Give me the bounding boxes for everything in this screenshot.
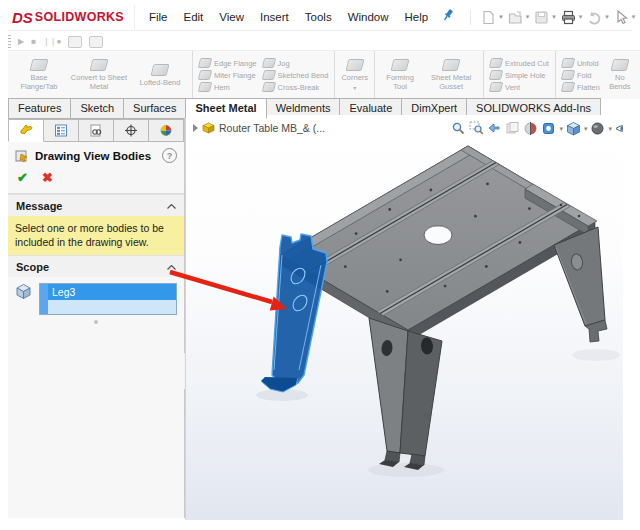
leg-right[interactable] — [554, 227, 607, 342]
hem-icon — [198, 82, 212, 92]
sheet-metal-gusset-button[interactable]: Sheet Metal Gusset — [422, 57, 480, 93]
flyout-feature-tree[interactable]: Router Table MB_& (... — [193, 122, 325, 134]
new-document-icon[interactable] — [481, 10, 496, 25]
section-view-icon[interactable] — [523, 121, 538, 136]
jog-icon — [261, 58, 275, 68]
cm-group-cuts: Extruded Cut Simple Hole Vent — [484, 51, 556, 99]
menu-file[interactable]: File — [149, 11, 168, 23]
router-table-model[interactable] — [186, 115, 623, 520]
cancel-button[interactable]: ✖ — [42, 170, 53, 185]
message-box: Select one or more bodies to be included… — [8, 216, 184, 255]
tab-feature-tree[interactable] — [43, 119, 79, 142]
macro-record-icon[interactable] — [68, 36, 82, 48]
tab-property-manager[interactable] — [8, 119, 44, 142]
no-bends-button[interactable]: No Bends — [603, 57, 637, 93]
corners-button[interactable]: Corners▾ — [338, 57, 371, 93]
print-icon[interactable] — [561, 10, 576, 25]
annotation-views-icon[interactable] — [541, 121, 556, 136]
tab-surfaces[interactable]: Surfaces — [123, 98, 186, 119]
quick-access-toolbar: ▾ ▾ ▾ ▾ ▾ ▾ ▾ — [470, 10, 640, 25]
ok-button[interactable]: ✔ — [17, 170, 28, 185]
fold-button[interactable]: Fold — [562, 70, 600, 80]
message-section-header[interactable]: Message — [8, 194, 184, 216]
macro-pause-icon[interactable]: ❘❘● — [43, 35, 61, 49]
select-cursor-icon[interactable] — [614, 10, 629, 25]
sketched-bend-icon — [261, 70, 275, 80]
macro-toolbar: ▶ ■ ❘❘● — [8, 34, 103, 50]
save-icon[interactable] — [534, 10, 549, 25]
base-flange-tab-button[interactable]: Base Flange/Tab — [11, 57, 67, 93]
solid-body-cube-icon — [15, 283, 32, 300]
macro-stop-icon[interactable]: ■ — [31, 35, 36, 49]
cm-group-edge-tools: Edge Flange Miter Flange Hem Jog Sketche… — [193, 51, 335, 99]
tab-display-manager[interactable] — [148, 119, 184, 142]
fold-icon — [561, 70, 575, 80]
macro-edit-icon[interactable] — [89, 36, 103, 48]
tab-dimxpert-manager[interactable] — [113, 119, 149, 142]
sketched-bend-button[interactable]: Sketched Bend — [263, 70, 329, 80]
scope-section-header[interactable]: Scope — [8, 255, 184, 277]
previous-view-icon[interactable] — [487, 121, 502, 136]
hide-show-items-eye-icon[interactable] — [615, 121, 623, 136]
jog-button[interactable]: Jog — [263, 58, 329, 68]
vent-button[interactable]: Vent — [490, 82, 549, 92]
graphics-viewport[interactable]: Router Table MB_& (... ▾ ▾ ▾ — [185, 115, 623, 520]
property-manager-icon — [19, 124, 33, 137]
extruded-cut-button[interactable]: Extruded Cut — [490, 58, 549, 68]
view-orientation-cube-icon[interactable] — [566, 121, 581, 136]
tab-sketch[interactable]: Sketch — [70, 98, 124, 119]
menu-view[interactable]: View — [219, 11, 244, 23]
leg-front[interactable] — [369, 318, 442, 470]
pin-menu-icon[interactable] — [442, 8, 454, 26]
part-icon — [202, 122, 215, 134]
feature-tree-icon — [54, 124, 68, 137]
leg3-selected-body[interactable] — [261, 234, 327, 392]
cross-break-button[interactable]: Cross-Break — [263, 82, 329, 92]
scope-header-label: Scope — [16, 261, 49, 273]
simple-hole-button[interactable]: Simple Hole — [490, 70, 549, 80]
solidworks-logo: DS SOLIDWORKS — [8, 5, 135, 29]
hem-button[interactable]: Hem — [199, 82, 257, 92]
scope-list-empty-row[interactable] — [48, 300, 176, 314]
scope-selection-list[interactable]: Leg3 — [39, 283, 177, 315]
command-manager-toolbar: Base Flange/Tab Convert to Sheet Metal L… — [8, 50, 640, 99]
miter-flange-button[interactable]: Miter Flange — [199, 70, 257, 80]
solidworks-window: DS SOLIDWORKS File Edit View Insert Tool… — [0, 0, 640, 530]
zoom-to-area-icon[interactable] — [469, 121, 484, 136]
drawing-view-bodies-icon — [15, 149, 30, 163]
expand-arrow-icon[interactable] — [193, 124, 198, 132]
edge-flange-button[interactable]: Edge Flange — [199, 58, 257, 68]
tab-configuration-manager[interactable] — [78, 119, 114, 142]
convert-to-sheet-metal-button[interactable]: Convert to Sheet Metal — [67, 57, 131, 93]
open-document-icon[interactable] — [508, 10, 523, 25]
convert-sheet-metal-icon — [90, 59, 109, 71]
forming-tool-button[interactable]: Forming Tool — [378, 57, 422, 93]
list-resize-dot[interactable] — [94, 320, 98, 324]
ds-logo-icon: DS — [12, 9, 33, 26]
sheet-metal-gusset-icon — [442, 59, 461, 71]
menu-window[interactable]: Window — [348, 11, 389, 23]
cross-break-icon — [261, 82, 275, 92]
macro-play-icon[interactable]: ▶ — [18, 35, 24, 49]
menu-insert[interactable]: Insert — [260, 11, 289, 23]
display-style-icon[interactable] — [590, 121, 605, 136]
scope-list-item-leg3[interactable]: Leg3 — [48, 284, 176, 300]
zoom-to-fit-icon[interactable] — [451, 121, 466, 136]
menu-bar: DS SOLIDWORKS File Edit View Insert Tool… — [8, 4, 632, 31]
brand-name: SOLIDWORKS — [35, 10, 124, 24]
help-icon[interactable]: ? — [162, 148, 177, 163]
brand-text: SOLIDWORKS — [35, 10, 124, 24]
tab-features[interactable]: Features — [8, 98, 71, 119]
pages-icon[interactable] — [505, 121, 520, 136]
menu-edit[interactable]: Edit — [183, 11, 203, 23]
flatten-button[interactable]: Flatten — [562, 82, 600, 92]
undo-icon[interactable] — [587, 10, 602, 25]
menu-help[interactable]: Help — [405, 11, 429, 23]
menu-tools[interactable]: Tools — [305, 11, 332, 23]
unfold-button[interactable]: Unfold — [562, 58, 600, 68]
lofted-bend-button[interactable]: Lofted-Bend — [131, 62, 189, 89]
toolbar-drag-handle[interactable] — [8, 35, 11, 49]
vent-icon — [489, 82, 503, 92]
tab-sheet-metal[interactable]: Sheet Metal — [185, 98, 266, 119]
message-header-label: Message — [16, 200, 62, 212]
